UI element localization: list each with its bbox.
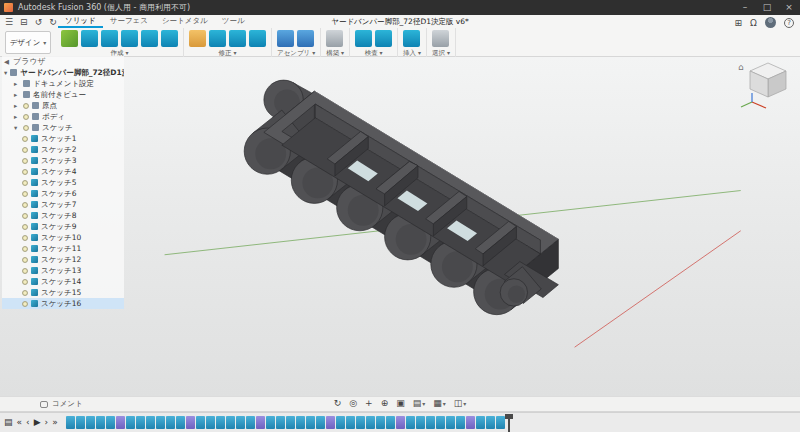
undo-button[interactable]: ↺ <box>35 17 43 27</box>
timeline-feature-16[interactable] <box>216 416 225 429</box>
minimize-button[interactable]: – <box>734 0 756 15</box>
shell-button[interactable] <box>229 30 246 47</box>
timeline-feature-44[interactable] <box>496 416 505 429</box>
browser-sketch-5[interactable]: スケッチ5 <box>2 177 124 188</box>
grid-snap-button[interactable]: ▦▾ <box>433 398 446 408</box>
view-cube[interactable]: ⌂ <box>738 60 794 112</box>
account-avatar[interactable] <box>765 17 776 28</box>
pan-button[interactable]: + <box>365 398 373 408</box>
timeline-feature-8[interactable] <box>136 416 145 429</box>
timeline-feature-42[interactable] <box>476 416 485 429</box>
timeline-feature-26[interactable] <box>316 416 325 429</box>
browser-sketch-9[interactable]: スケッチ9 <box>2 221 124 232</box>
timeline-feature-14[interactable] <box>196 416 205 429</box>
timeline-feature-34[interactable] <box>396 416 405 429</box>
visibility-bulb-icon[interactable] <box>22 147 28 153</box>
visibility-bulb-icon[interactable] <box>23 114 29 120</box>
timeline-feature-35[interactable] <box>406 416 415 429</box>
visibility-bulb-icon[interactable] <box>23 125 29 131</box>
visibility-bulb-icon[interactable] <box>22 191 28 197</box>
visibility-bulb-icon[interactable] <box>22 301 28 307</box>
press-pull-button[interactable] <box>189 30 206 47</box>
combine-button[interactable] <box>249 30 266 47</box>
browser-node-2[interactable]: ▸原点 <box>2 100 124 111</box>
save-button[interactable]: ⊟ <box>20 17 28 27</box>
browser-sketch-10[interactable]: スケッチ10 <box>2 232 124 243</box>
browser-sketch-3[interactable]: スケッチ3 <box>2 155 124 166</box>
timeline-feature-29[interactable] <box>346 416 355 429</box>
timeline-feature-6[interactable] <box>116 416 125 429</box>
timeline-feature-21[interactable] <box>266 416 275 429</box>
chevron-icon[interactable]: ▸ <box>14 80 20 88</box>
display-settings-button[interactable]: ▤▾ <box>413 398 426 408</box>
chevron-icon[interactable]: ▸ <box>14 91 20 99</box>
play-button[interactable]: ▶ <box>34 416 41 429</box>
visibility-bulb-icon[interactable] <box>22 235 28 241</box>
step-forward-button[interactable]: › <box>45 416 49 429</box>
visibility-bulb-icon[interactable] <box>22 268 28 274</box>
ribbon-group-label[interactable]: 修正 ▾ <box>189 48 266 57</box>
zoom-button[interactable]: ⊕ <box>381 398 389 408</box>
timeline-feature-28[interactable] <box>336 416 345 429</box>
timeline-feature-32[interactable] <box>376 416 385 429</box>
timeline-feature-5[interactable] <box>106 416 115 429</box>
timeline-feature-37[interactable] <box>426 416 435 429</box>
browser-node-3[interactable]: ▸ボディ <box>2 111 124 122</box>
timeline-feature-2[interactable] <box>76 416 85 429</box>
sweep-button[interactable] <box>121 30 138 47</box>
toolbar-tab-2[interactable]: シートメタル <box>155 15 215 28</box>
browser-sketch-8[interactable]: スケッチ8 <box>2 210 124 221</box>
viewports-button[interactable]: ◫▾ <box>454 398 467 408</box>
visibility-bulb-icon[interactable] <box>22 180 28 186</box>
revolve-button[interactable] <box>101 30 118 47</box>
new-component-button[interactable] <box>277 30 294 47</box>
visibility-bulb-icon[interactable] <box>22 246 28 252</box>
timeline-feature-10[interactable] <box>156 416 165 429</box>
timeline-scrubber[interactable] <box>508 414 516 432</box>
timeline-feature-33[interactable] <box>386 416 395 429</box>
fit-view-button[interactable]: ▣ <box>396 398 405 408</box>
visibility-bulb-icon[interactable] <box>22 169 28 175</box>
visibility-bulb-icon[interactable] <box>22 136 28 142</box>
visibility-bulb-icon[interactable] <box>23 103 29 109</box>
workspace-selector[interactable]: デザイン ▾ <box>5 31 51 54</box>
insert-mesh-button[interactable] <box>403 30 420 47</box>
timeline-feature-40[interactable] <box>456 416 465 429</box>
browser-node-1[interactable]: ▸名前付きビュー <box>2 89 124 100</box>
timeline-feature-19[interactable] <box>246 416 255 429</box>
browser-node-0[interactable]: ▸ドキュメント設定 <box>2 78 124 89</box>
browser-sketch-7[interactable]: スケッチ7 <box>2 199 124 210</box>
maximize-button[interactable]: □ <box>756 0 778 15</box>
browser-sketch-2[interactable]: スケッチ2 <box>2 144 124 155</box>
browser-root-node[interactable]: ▾ ヤードバンパー脚部_72径D1決... <box>2 67 124 78</box>
browser-sketch-11[interactable]: スケッチ11 <box>2 243 124 254</box>
skip-to-end-button[interactable]: » <box>52 416 58 429</box>
timeline-feature-3[interactable] <box>86 416 95 429</box>
visibility-bulb-icon[interactable] <box>22 213 28 219</box>
notifications-button[interactable]: Ω <box>750 18 757 28</box>
joint-button[interactable] <box>297 30 314 47</box>
browser-sketch-1[interactable]: スケッチ1 <box>2 133 124 144</box>
ribbon-group-label[interactable]: 構築 ▾ <box>326 48 344 57</box>
model-body[interactable] <box>244 80 558 315</box>
skip-to-start-button[interactable]: « <box>17 416 23 429</box>
look-at-button[interactable]: ◎ <box>349 398 357 408</box>
comment-bar[interactable]: コメント <box>40 399 83 409</box>
timeline-feature-11[interactable] <box>166 416 175 429</box>
chevron-icon[interactable]: ▸ <box>14 113 20 121</box>
redo-button[interactable]: ↻ <box>49 17 57 27</box>
step-back-button[interactable]: ‹ <box>26 416 30 429</box>
visibility-bulb-icon[interactable] <box>22 224 28 230</box>
toolbar-tab-0[interactable]: ソリッド <box>58 15 103 28</box>
timeline-feature-43[interactable] <box>486 416 495 429</box>
chevron-down-icon[interactable]: ▾ <box>4 69 7 77</box>
browser-sketch-13[interactable]: スケッチ13 <box>2 265 124 276</box>
timeline-feature-30[interactable] <box>356 416 365 429</box>
construction-plane-button[interactable] <box>326 30 343 47</box>
fillet-button[interactable] <box>209 30 226 47</box>
visibility-bulb-icon[interactable] <box>22 202 28 208</box>
timeline-feature-18[interactable] <box>236 416 245 429</box>
timeline-feature-22[interactable] <box>276 416 285 429</box>
section-analysis-button[interactable] <box>375 30 392 47</box>
timeline-feature-36[interactable] <box>416 416 425 429</box>
